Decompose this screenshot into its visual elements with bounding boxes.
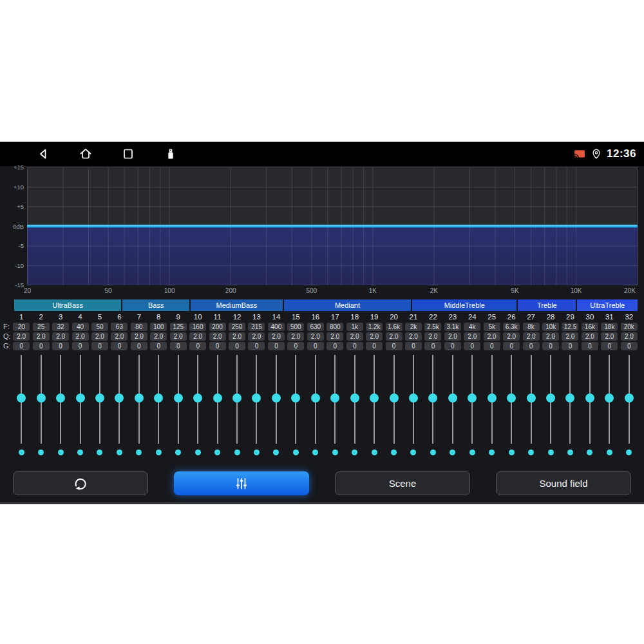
scene-button[interactable]: Scene: [335, 471, 470, 495]
channel-dot[interactable]: [509, 450, 515, 455]
gain-slider[interactable]: [51, 355, 70, 444]
gain-slider[interactable]: [109, 355, 129, 444]
slider-knob[interactable]: [507, 393, 516, 402]
channel-dot[interactable]: [175, 450, 181, 455]
channel-dot[interactable]: [567, 450, 573, 455]
channel-dot[interactable]: [195, 450, 201, 455]
band-segment-ultratreble[interactable]: UltraTreble: [577, 299, 638, 311]
gain-slider[interactable]: [462, 355, 482, 444]
slider-knob[interactable]: [95, 393, 104, 402]
channel-dot[interactable]: [489, 450, 495, 455]
channel-dot[interactable]: [528, 450, 534, 455]
gain-slider[interactable]: [31, 355, 50, 444]
reset-button[interactable]: [13, 471, 148, 495]
gain-slider[interactable]: [502, 355, 521, 444]
slider-knob[interactable]: [488, 393, 497, 402]
channel-dot[interactable]: [293, 450, 299, 455]
channel-dot[interactable]: [97, 450, 102, 455]
channel-dot[interactable]: [372, 450, 377, 455]
channel-dot[interactable]: [156, 450, 162, 455]
slider-knob[interactable]: [174, 393, 183, 402]
slider-knob[interactable]: [448, 393, 457, 402]
slider-knob[interactable]: [232, 393, 242, 402]
slider-knob[interactable]: [390, 393, 399, 402]
channel-dot[interactable]: [626, 450, 632, 455]
slider-knob[interactable]: [252, 393, 261, 402]
gain-slider[interactable]: [70, 355, 90, 444]
gain-slider[interactable]: [365, 355, 384, 444]
channel-dot[interactable]: [410, 450, 416, 455]
gain-slider[interactable]: [443, 355, 462, 444]
channel-dot[interactable]: [607, 450, 612, 455]
gain-slider[interactable]: [227, 355, 247, 444]
back-icon[interactable]: [35, 146, 51, 162]
gain-slider[interactable]: [149, 355, 168, 444]
channel-dot[interactable]: [38, 450, 44, 455]
slider-knob[interactable]: [350, 393, 359, 402]
slider-knob[interactable]: [565, 393, 574, 402]
channel-dot[interactable]: [136, 450, 142, 455]
slider-knob[interactable]: [56, 393, 65, 402]
gain-slider[interactable]: [267, 355, 286, 444]
slider-knob[interactable]: [546, 393, 555, 402]
slider-knob[interactable]: [37, 393, 46, 402]
slider-knob[interactable]: [272, 393, 281, 402]
slider-knob[interactable]: [527, 393, 536, 402]
channel-dot[interactable]: [391, 450, 397, 455]
channel-dot[interactable]: [117, 450, 122, 455]
slider-knob[interactable]: [115, 393, 124, 402]
gain-slider[interactable]: [560, 355, 580, 444]
band-segment-mediumbass[interactable]: MediumBass: [191, 299, 283, 311]
slider-knob[interactable]: [76, 393, 85, 402]
gain-slider[interactable]: [404, 355, 423, 444]
channel-dot[interactable]: [234, 450, 240, 455]
channel-dot[interactable]: [430, 450, 436, 455]
band-segment-bass[interactable]: Bass: [122, 299, 189, 311]
channel-dot[interactable]: [587, 450, 592, 455]
channel-dot[interactable]: [352, 450, 357, 455]
slider-knob[interactable]: [409, 393, 418, 402]
channel-dot[interactable]: [332, 450, 338, 455]
channel-dot[interactable]: [254, 450, 260, 455]
channel-dot[interactable]: [273, 450, 279, 455]
gain-slider[interactable]: [188, 355, 207, 444]
slider-knob[interactable]: [311, 393, 320, 402]
slider-knob[interactable]: [17, 393, 26, 402]
gain-slider[interactable]: [306, 355, 325, 444]
slider-knob[interactable]: [605, 393, 614, 402]
slider-knob[interactable]: [625, 393, 634, 402]
gain-slider[interactable]: [620, 355, 639, 444]
channel-dot[interactable]: [19, 450, 24, 455]
slider-knob[interactable]: [213, 393, 222, 402]
gain-slider[interactable]: [286, 355, 305, 444]
gain-slider[interactable]: [600, 355, 619, 444]
channel-dot[interactable]: [214, 450, 220, 455]
slider-knob[interactable]: [585, 393, 594, 402]
gain-slider[interactable]: [482, 355, 502, 444]
slider-knob[interactable]: [291, 393, 300, 402]
channel-dot[interactable]: [312, 450, 318, 455]
gain-slider[interactable]: [384, 355, 403, 444]
sound-field-button[interactable]: Sound field: [496, 471, 631, 495]
gain-slider[interactable]: [541, 355, 560, 444]
gain-slider[interactable]: [345, 355, 364, 444]
slider-knob[interactable]: [154, 393, 163, 402]
slider-knob[interactable]: [428, 393, 437, 402]
channel-dot[interactable]: [450, 450, 455, 455]
slider-knob[interactable]: [330, 393, 339, 402]
recents-icon[interactable]: [120, 146, 136, 162]
gain-slider[interactable]: [90, 355, 109, 444]
gain-slider[interactable]: [129, 355, 149, 444]
home-icon[interactable]: [78, 146, 93, 162]
band-segment-treble[interactable]: Treble: [518, 299, 576, 311]
band-segment-mediant[interactable]: Mediant: [284, 299, 411, 311]
slider-knob[interactable]: [135, 393, 144, 402]
gain-slider[interactable]: [580, 355, 600, 444]
gain-slider[interactable]: [521, 355, 540, 444]
channel-dot[interactable]: [77, 450, 83, 455]
equalizer-button[interactable]: [174, 471, 309, 495]
gain-slider[interactable]: [247, 355, 266, 444]
channel-dot[interactable]: [469, 450, 475, 455]
channel-dot[interactable]: [548, 450, 554, 455]
gain-slider[interactable]: [12, 355, 31, 444]
